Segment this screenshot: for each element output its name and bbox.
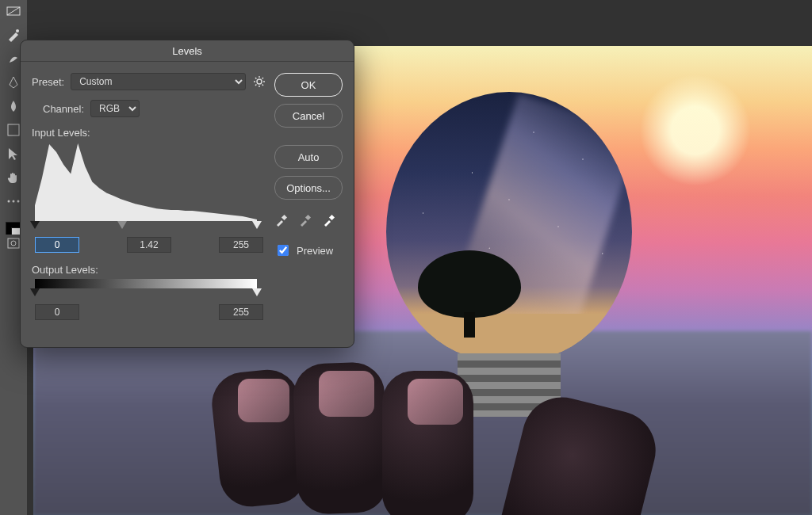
svg-rect-19 <box>329 215 335 220</box>
tool-ellipsis[interactable] <box>6 193 21 209</box>
eyedropper-gray-icon[interactable] <box>298 213 312 227</box>
svg-point-8 <box>257 79 262 84</box>
tool-blur[interactable] <box>6 98 21 114</box>
input-black-slider[interactable] <box>30 221 40 229</box>
tool-gradient[interactable] <box>6 3 21 19</box>
svg-line-16 <box>262 78 263 78</box>
output-white-slider[interactable] <box>252 288 262 296</box>
svg-point-4 <box>13 200 15 203</box>
eyedropper-black-icon[interactable] <box>274 213 289 227</box>
histogram <box>32 142 266 221</box>
output-levels-slider[interactable] <box>35 288 257 299</box>
options-button[interactable]: Options... <box>274 176 343 200</box>
output-white-field[interactable] <box>219 304 263 320</box>
svg-point-3 <box>8 200 10 203</box>
tool-brush[interactable] <box>6 27 21 43</box>
app-root: Levels Preset: Custom Channel: RGB <box>0 0 812 515</box>
input-levels-label: Input Levels: <box>32 127 266 139</box>
svg-rect-18 <box>305 215 311 220</box>
image-hand <box>192 347 604 515</box>
svg-line-15 <box>255 85 256 86</box>
svg-point-1 <box>16 29 19 32</box>
input-white-slider[interactable] <box>252 221 262 229</box>
svg-rect-6 <box>8 238 19 248</box>
preset-menu-icon[interactable] <box>252 74 266 89</box>
output-black-slider[interactable] <box>30 288 40 296</box>
tool-path-select[interactable] <box>6 146 21 162</box>
svg-rect-2 <box>8 124 19 135</box>
svg-point-7 <box>11 241 16 246</box>
output-gradient <box>35 279 257 288</box>
ok-button[interactable]: OK <box>274 73 343 97</box>
preset-label: Preset: <box>32 76 64 88</box>
tool-type[interactable] <box>6 122 21 138</box>
channel-select[interactable]: RGB <box>90 100 140 117</box>
eyedropper-white-icon[interactable] <box>322 213 336 227</box>
preview-checkbox-input[interactable] <box>278 245 289 256</box>
auto-button[interactable]: Auto <box>274 145 343 169</box>
channel-label: Channel: <box>43 103 84 115</box>
preview-checkbox[interactable]: Preview <box>274 242 343 258</box>
input-black-field[interactable] <box>35 237 79 253</box>
input-gamma-field[interactable] <box>127 237 171 253</box>
dialog-title[interactable]: Levels <box>21 40 354 62</box>
tool-hand[interactable] <box>6 170 21 185</box>
levels-dialog: Levels Preset: Custom Channel: RGB <box>20 40 354 348</box>
svg-line-13 <box>255 78 256 78</box>
svg-line-14 <box>262 85 263 86</box>
input-gamma-slider[interactable] <box>117 221 127 229</box>
input-levels-slider[interactable] <box>35 221 257 232</box>
svg-rect-17 <box>282 215 287 220</box>
output-black-field[interactable] <box>35 304 79 320</box>
cancel-button[interactable]: Cancel <box>274 104 343 128</box>
tool-pen[interactable] <box>6 74 21 90</box>
preview-label: Preview <box>297 245 333 257</box>
tool-smudge[interactable] <box>6 51 21 67</box>
input-white-field[interactable] <box>219 237 263 253</box>
output-levels-label: Output Levels: <box>32 264 266 276</box>
preset-select[interactable]: Custom <box>71 73 246 90</box>
